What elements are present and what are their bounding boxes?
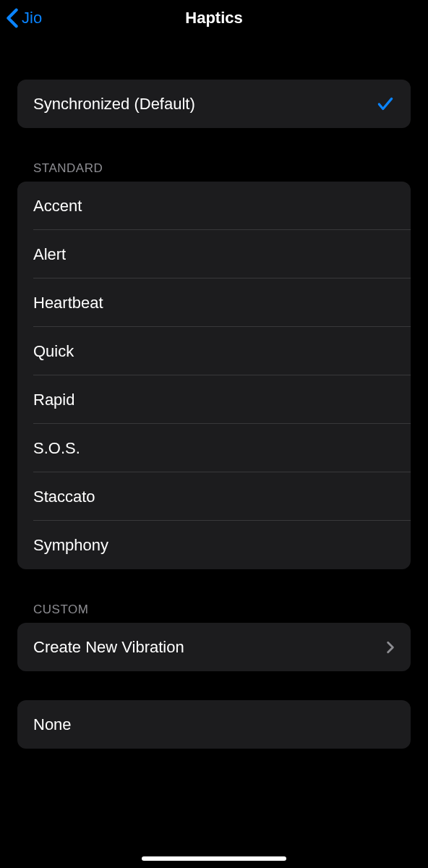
page-title: Haptics <box>185 9 242 27</box>
checkmark-icon <box>376 95 395 114</box>
section-header-custom: Custom <box>17 603 411 623</box>
row-staccato[interactable]: Staccato <box>17 472 411 521</box>
row-create-new-vibration[interactable]: Create New Vibration <box>17 623 411 671</box>
row-rapid[interactable]: Rapid <box>17 375 411 424</box>
row-label: Synchronized (Default) <box>33 95 376 114</box>
row-label: Accent <box>33 197 395 216</box>
none-group: None <box>17 700 411 749</box>
custom-group: Create New Vibration <box>17 623 411 671</box>
back-label: Jio <box>22 9 42 27</box>
back-button[interactable]: Jio <box>6 8 42 28</box>
chevron-left-icon <box>6 8 19 28</box>
standard-group: Accent Alert Heartbeat Quick Rapid S.O.S… <box>17 182 411 569</box>
row-accent[interactable]: Accent <box>17 182 411 230</box>
row-label: Create New Vibration <box>33 638 386 657</box>
default-group: Synchronized (Default) <box>17 80 411 128</box>
row-none[interactable]: None <box>17 700 411 749</box>
row-label: Alert <box>33 245 395 264</box>
row-sos[interactable]: S.O.S. <box>17 424 411 472</box>
row-quick[interactable]: Quick <box>17 327 411 375</box>
row-label: Staccato <box>33 488 395 506</box>
row-label: Symphony <box>33 536 395 555</box>
nav-bar: Jio Haptics <box>0 0 428 36</box>
chevron-right-icon <box>386 641 395 654</box>
row-label: Heartbeat <box>33 294 395 312</box>
row-synchronized-default[interactable]: Synchronized (Default) <box>17 80 411 128</box>
row-label: Rapid <box>33 391 395 409</box>
row-symphony[interactable]: Symphony <box>17 521 411 569</box>
row-label: S.O.S. <box>33 439 395 458</box>
section-header-standard: Standard <box>17 161 411 182</box>
row-alert[interactable]: Alert <box>17 230 411 278</box>
content: Synchronized (Default) Standard Accent A… <box>0 36 428 749</box>
row-heartbeat[interactable]: Heartbeat <box>17 278 411 327</box>
home-indicator[interactable] <box>142 856 286 861</box>
row-label: Quick <box>33 342 395 361</box>
row-label: None <box>33 715 395 734</box>
